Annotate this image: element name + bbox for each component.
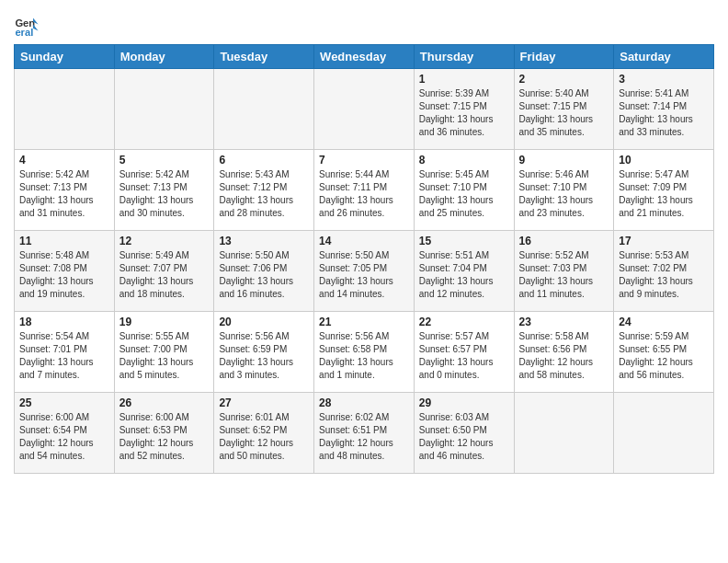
day-number: 8 (419, 154, 509, 167)
calendar-cell: 15Sunrise: 5:51 AM Sunset: 7:04 PM Dayli… (414, 231, 514, 312)
cell-content: Sunrise: 6:01 AM Sunset: 6:52 PM Dayligh… (219, 411, 309, 463)
cell-content: Sunrise: 6:03 AM Sunset: 6:50 PM Dayligh… (419, 411, 509, 463)
calendar-table: SundayMondayTuesdayWednesdayThursdayFrid… (14, 44, 714, 474)
cell-content: Sunrise: 5:58 AM Sunset: 6:56 PM Dayligh… (519, 330, 609, 382)
calendar-cell: 18Sunrise: 5:54 AM Sunset: 7:01 PM Dayli… (15, 312, 115, 393)
day-number: 14 (319, 235, 409, 247)
day-number: 18 (19, 316, 109, 328)
calendar-cell: 19Sunrise: 5:55 AM Sunset: 7:00 PM Dayli… (114, 312, 214, 393)
day-number: 12 (119, 235, 210, 247)
week-row-4: 18Sunrise: 5:54 AM Sunset: 7:01 PM Dayli… (15, 312, 714, 393)
day-number: 19 (119, 316, 210, 328)
cell-content: Sunrise: 5:51 AM Sunset: 7:04 PM Dayligh… (419, 249, 509, 301)
cell-content: Sunrise: 5:52 AM Sunset: 7:03 PM Dayligh… (519, 249, 609, 301)
cell-content: Sunrise: 5:50 AM Sunset: 7:05 PM Dayligh… (319, 249, 409, 301)
cell-content: Sunrise: 5:45 AM Sunset: 7:10 PM Dayligh… (419, 168, 509, 220)
calendar-cell: 22Sunrise: 5:57 AM Sunset: 6:57 PM Dayli… (414, 312, 514, 393)
header-saturday: Saturday (614, 45, 714, 69)
day-number: 23 (519, 316, 609, 328)
calendar-cell: 10Sunrise: 5:47 AM Sunset: 7:09 PM Dayli… (614, 150, 714, 231)
calendar-cell (15, 69, 115, 150)
cell-content: Sunrise: 5:54 AM Sunset: 7:01 PM Dayligh… (19, 330, 109, 382)
calendar-cell (514, 393, 614, 474)
day-number: 24 (619, 316, 709, 328)
header-monday: Monday (114, 45, 214, 69)
calendar-cell: 4Sunrise: 5:42 AM Sunset: 7:13 PM Daylig… (15, 150, 115, 231)
calendar-cell (314, 69, 415, 150)
calendar-cell: 3Sunrise: 5:41 AM Sunset: 7:14 PM Daylig… (614, 69, 714, 150)
day-number: 6 (219, 154, 309, 167)
calendar-cell: 7Sunrise: 5:44 AM Sunset: 7:11 PM Daylig… (314, 150, 415, 231)
calendar-cell: 17Sunrise: 5:53 AM Sunset: 7:02 PM Dayli… (614, 231, 714, 312)
calendar-cell: 8Sunrise: 5:45 AM Sunset: 7:10 PM Daylig… (414, 150, 514, 231)
calendar-cell: 11Sunrise: 5:48 AM Sunset: 7:08 PM Dayli… (15, 231, 115, 312)
day-number: 3 (619, 73, 709, 86)
cell-content: Sunrise: 5:56 AM Sunset: 6:58 PM Dayligh… (319, 330, 409, 382)
day-number: 2 (519, 73, 609, 86)
cell-content: Sunrise: 6:02 AM Sunset: 6:51 PM Dayligh… (319, 411, 409, 463)
calendar-cell: 24Sunrise: 5:59 AM Sunset: 6:55 PM Dayli… (614, 312, 714, 393)
day-number: 11 (19, 235, 109, 247)
calendar-cell: 13Sunrise: 5:50 AM Sunset: 7:06 PM Dayli… (214, 231, 314, 312)
day-number: 22 (419, 316, 509, 328)
calendar-cell: 28Sunrise: 6:02 AM Sunset: 6:51 PM Dayli… (314, 393, 415, 474)
calendar-cell: 26Sunrise: 6:00 AM Sunset: 6:53 PM Dayli… (114, 393, 214, 474)
cell-content: Sunrise: 6:00 AM Sunset: 6:54 PM Dayligh… (19, 411, 109, 463)
day-number: 20 (219, 316, 309, 328)
calendar-cell: 25Sunrise: 6:00 AM Sunset: 6:54 PM Dayli… (15, 393, 115, 474)
header-row: SundayMondayTuesdayWednesdayThursdayFrid… (15, 45, 714, 69)
cell-content: Sunrise: 5:48 AM Sunset: 7:08 PM Dayligh… (19, 249, 109, 301)
calendar-cell: 16Sunrise: 5:52 AM Sunset: 7:03 PM Dayli… (514, 231, 614, 312)
day-number: 15 (419, 235, 509, 247)
cell-content: Sunrise: 5:47 AM Sunset: 7:09 PM Dayligh… (619, 168, 709, 220)
week-row-5: 25Sunrise: 6:00 AM Sunset: 6:54 PM Dayli… (15, 393, 714, 474)
cell-content: Sunrise: 5:56 AM Sunset: 6:59 PM Dayligh… (219, 330, 309, 382)
cell-content: Sunrise: 5:55 AM Sunset: 7:00 PM Dayligh… (119, 330, 210, 382)
day-number: 1 (419, 73, 509, 86)
day-number: 13 (219, 235, 309, 247)
week-row-2: 4Sunrise: 5:42 AM Sunset: 7:13 PM Daylig… (15, 150, 714, 231)
cell-content: Sunrise: 5:42 AM Sunset: 7:13 PM Dayligh… (119, 168, 210, 220)
cell-content: Sunrise: 5:57 AM Sunset: 6:57 PM Dayligh… (419, 330, 509, 382)
calendar-cell: 2Sunrise: 5:40 AM Sunset: 7:15 PM Daylig… (514, 69, 614, 150)
cell-content: Sunrise: 6:00 AM Sunset: 6:53 PM Dayligh… (119, 411, 210, 463)
calendar-cell: 23Sunrise: 5:58 AM Sunset: 6:56 PM Dayli… (514, 312, 614, 393)
cell-content: Sunrise: 5:40 AM Sunset: 7:15 PM Dayligh… (519, 87, 609, 139)
calendar-cell: 20Sunrise: 5:56 AM Sunset: 6:59 PM Dayli… (214, 312, 314, 393)
day-number: 10 (619, 154, 709, 167)
cell-content: Sunrise: 5:42 AM Sunset: 7:13 PM Dayligh… (19, 168, 109, 220)
calendar-cell: 5Sunrise: 5:42 AM Sunset: 7:13 PM Daylig… (114, 150, 214, 231)
day-number: 29 (419, 396, 509, 409)
day-number: 16 (519, 235, 609, 247)
calendar-cell: 14Sunrise: 5:50 AM Sunset: 7:05 PM Dayli… (314, 231, 415, 312)
day-number: 7 (319, 154, 409, 167)
cell-content: Sunrise: 5:44 AM Sunset: 7:11 PM Dayligh… (319, 168, 409, 220)
calendar-cell: 29Sunrise: 6:03 AM Sunset: 6:50 PM Dayli… (414, 393, 514, 474)
calendar-cell: 21Sunrise: 5:56 AM Sunset: 6:58 PM Dayli… (314, 312, 415, 393)
calendar-cell: 27Sunrise: 6:01 AM Sunset: 6:52 PM Dayli… (214, 393, 314, 474)
header-thursday: Thursday (414, 45, 514, 69)
header-wednesday: Wednesday (314, 45, 415, 69)
calendar-cell: 12Sunrise: 5:49 AM Sunset: 7:07 PM Dayli… (114, 231, 214, 312)
week-row-3: 11Sunrise: 5:48 AM Sunset: 7:08 PM Dayli… (15, 231, 714, 312)
cell-content: Sunrise: 5:43 AM Sunset: 7:12 PM Dayligh… (219, 168, 309, 220)
week-row-1: 1Sunrise: 5:39 AM Sunset: 7:15 PM Daylig… (15, 69, 714, 150)
cell-content: Sunrise: 5:39 AM Sunset: 7:15 PM Dayligh… (419, 87, 509, 139)
day-number: 27 (219, 396, 309, 409)
day-number: 4 (19, 154, 109, 167)
header-tuesday: Tuesday (214, 45, 314, 69)
cell-content: Sunrise: 5:50 AM Sunset: 7:06 PM Dayligh… (219, 249, 309, 301)
calendar-cell (214, 69, 314, 150)
day-number: 26 (119, 396, 210, 409)
cell-content: Sunrise: 5:41 AM Sunset: 7:14 PM Dayligh… (619, 87, 709, 139)
logo-icon: Gen eral (14, 13, 40, 39)
day-number: 5 (119, 154, 210, 167)
cell-content: Sunrise: 5:49 AM Sunset: 7:07 PM Dayligh… (119, 249, 210, 301)
calendar-cell (614, 393, 714, 474)
day-number: 25 (19, 396, 109, 409)
calendar-cell (114, 69, 214, 150)
cell-content: Sunrise: 5:59 AM Sunset: 6:55 PM Dayligh… (619, 330, 709, 382)
page-header: Gen eral (14, 9, 714, 39)
day-number: 28 (319, 396, 409, 409)
day-number: 17 (619, 235, 709, 247)
